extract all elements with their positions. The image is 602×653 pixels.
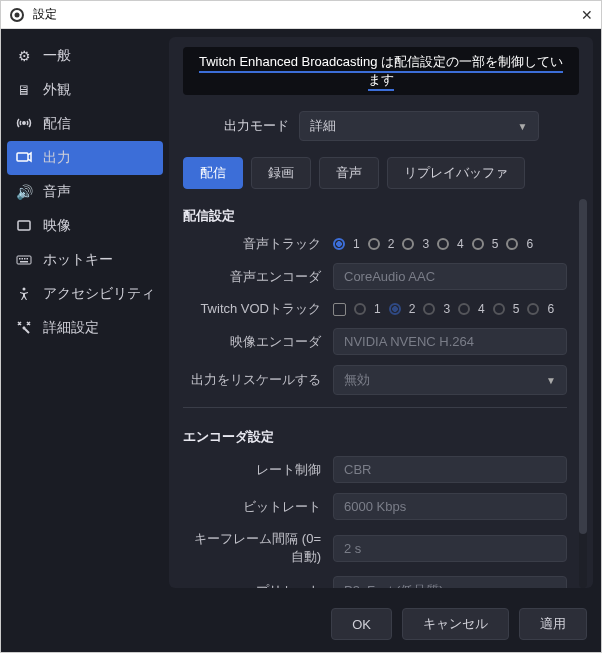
audio-track-6[interactable] <box>506 238 518 250</box>
keyboard-icon <box>15 252 33 268</box>
speaker-icon: 🔊 <box>15 184 33 200</box>
label-audio-track: 音声トラック <box>183 235 333 253</box>
scrollbar-thumb[interactable] <box>579 199 587 534</box>
close-button[interactable]: ✕ <box>565 7 593 23</box>
output-mode-select[interactable]: 詳細 ▼ <box>299 111 539 141</box>
window-title: 設定 <box>33 6 565 23</box>
audio-track-2[interactable] <box>368 238 380 250</box>
vod-track-group: 1 2 3 4 5 6 <box>333 302 567 316</box>
row-vod-track: Twitch VODトラック 1 2 3 4 5 6 <box>183 300 567 318</box>
tab-audio[interactable]: 音声 <box>319 157 379 189</box>
svg-rect-10 <box>20 261 28 263</box>
output-icon <box>15 150 33 166</box>
row-audio-track: 音声トラック 1 2 3 4 5 6 <box>183 235 567 253</box>
label-video-encoder: 映像エンコーダ <box>183 333 333 351</box>
tab-stream[interactable]: 配信 <box>183 157 243 189</box>
accessibility-icon <box>15 286 33 302</box>
vod-track-3 <box>423 303 435 315</box>
sidebar-item-general[interactable]: ⚙ 一般 <box>1 39 169 73</box>
row-bitrate: ビットレート 6000 Kbps <box>183 493 567 520</box>
sidebar-item-video[interactable]: 映像 <box>1 209 169 243</box>
tab-record[interactable]: 録画 <box>251 157 311 189</box>
sidebar-item-label: 詳細設定 <box>43 319 99 337</box>
output-mode-value: 詳細 <box>310 117 336 135</box>
rescale-select[interactable]: 無効 ▼ <box>333 365 567 395</box>
vod-track-checkbox[interactable] <box>333 303 346 316</box>
label-rescale: 出力をリスケールする <box>183 371 333 389</box>
sidebar-item-accessibility[interactable]: アクセシビリティ <box>1 277 169 311</box>
vod-track-4 <box>458 303 470 315</box>
chevron-down-icon: ▼ <box>518 121 528 132</box>
audio-track-5[interactable] <box>472 238 484 250</box>
display-icon <box>15 218 33 234</box>
gear-icon: ⚙ <box>15 48 33 64</box>
divider <box>183 407 567 408</box>
rate-control-value: CBR <box>333 456 567 483</box>
audio-track-4[interactable] <box>437 238 449 250</box>
section-stream-settings: 配信設定 <box>183 199 567 235</box>
label-preset: プリセット <box>183 582 333 588</box>
vod-track-1 <box>354 303 366 315</box>
svg-rect-4 <box>18 221 30 230</box>
keyframe-value: 2 s <box>333 535 567 562</box>
audio-track-1[interactable] <box>333 238 345 250</box>
audio-encoder-value: CoreAudio AAC <box>333 263 567 290</box>
antenna-icon <box>15 116 33 132</box>
sidebar-item-label: 配信 <box>43 115 71 133</box>
sidebar: ⚙ 一般 🖥 外観 配信 出力 🔊 音声 <box>1 29 169 596</box>
content-scroller[interactable]: 配信設定 音声トラック 1 2 3 4 5 6 音声エンコーダ CoreAudi… <box>169 199 593 588</box>
svg-rect-5 <box>17 256 31 264</box>
row-video-encoder: 映像エンコーダ NVIDIA NVENC H.264 <box>183 328 567 355</box>
label-bitrate: ビットレート <box>183 498 333 516</box>
settings-window: 設定 ✕ ⚙ 一般 🖥 外観 配信 出力 <box>0 0 602 653</box>
label-audio-encoder: 音声エンコーダ <box>183 268 333 286</box>
body: ⚙ 一般 🖥 外観 配信 出力 🔊 音声 <box>1 29 601 596</box>
audio-track-3[interactable] <box>402 238 414 250</box>
sidebar-item-appearance[interactable]: 🖥 外観 <box>1 73 169 107</box>
cancel-button[interactable]: キャンセル <box>402 608 509 640</box>
svg-point-2 <box>23 122 25 124</box>
row-rescale: 出力をリスケールする 無効 ▼ <box>183 365 567 395</box>
sidebar-item-label: 映像 <box>43 217 71 235</box>
sidebar-item-label: 一般 <box>43 47 71 65</box>
tools-icon <box>15 320 33 336</box>
main-panel: Twitch Enhanced Broadcasting は配信設定の一部を制御… <box>169 37 593 588</box>
audio-track-radios: 1 2 3 4 5 6 <box>333 237 567 251</box>
tab-replay[interactable]: リプレイバッファ <box>387 157 525 189</box>
bitrate-value: 6000 Kbps <box>333 493 567 520</box>
output-tabs: 配信 録画 音声 リプレイバッファ <box>169 151 593 199</box>
sidebar-item-audio[interactable]: 🔊 音声 <box>1 175 169 209</box>
section-encoder-settings: エンコーダ設定 <box>183 420 567 456</box>
sidebar-item-label: ホットキー <box>43 251 113 269</box>
footer: OK キャンセル 適用 <box>1 596 601 652</box>
apply-button[interactable]: 適用 <box>519 608 587 640</box>
label-keyframe: キーフレーム間隔 (0=自動) <box>183 530 333 566</box>
video-encoder-value: NVIDIA NVENC H.264 <box>333 328 567 355</box>
svg-rect-8 <box>24 258 26 260</box>
sidebar-item-label: アクセシビリティ <box>43 285 155 303</box>
monitor-icon: 🖥 <box>15 82 33 98</box>
sidebar-item-label: 出力 <box>43 149 71 167</box>
row-audio-encoder: 音声エンコーダ CoreAudio AAC <box>183 263 567 290</box>
sidebar-item-advanced[interactable]: 詳細設定 <box>1 311 169 345</box>
preset-value: P3: Fast (低品質) <box>333 576 567 588</box>
vod-track-2 <box>389 303 401 315</box>
row-keyframe: キーフレーム間隔 (0=自動) 2 s <box>183 530 567 566</box>
row-rate-control: レート制御 CBR <box>183 456 567 483</box>
sidebar-item-stream[interactable]: 配信 <box>1 107 169 141</box>
banner-text: Twitch Enhanced Broadcasting は配信設定の一部を制御… <box>199 54 563 91</box>
app-icon <box>9 7 25 23</box>
sidebar-item-hotkeys[interactable]: ホットキー <box>1 243 169 277</box>
label-vod-track: Twitch VODトラック <box>183 300 333 318</box>
row-preset: プリセット P3: Fast (低品質) <box>183 576 567 588</box>
rescale-value: 無効 <box>344 371 370 389</box>
ok-button[interactable]: OK <box>331 608 392 640</box>
label-rate-control: レート制御 <box>183 461 333 479</box>
sidebar-item-label: 音声 <box>43 183 71 201</box>
sidebar-item-output[interactable]: 出力 <box>7 141 163 175</box>
svg-rect-7 <box>22 258 24 260</box>
output-mode-label: 出力モード <box>224 117 289 135</box>
info-banner: Twitch Enhanced Broadcasting は配信設定の一部を制御… <box>183 47 579 95</box>
vod-track-6 <box>527 303 539 315</box>
vod-track-5 <box>493 303 505 315</box>
